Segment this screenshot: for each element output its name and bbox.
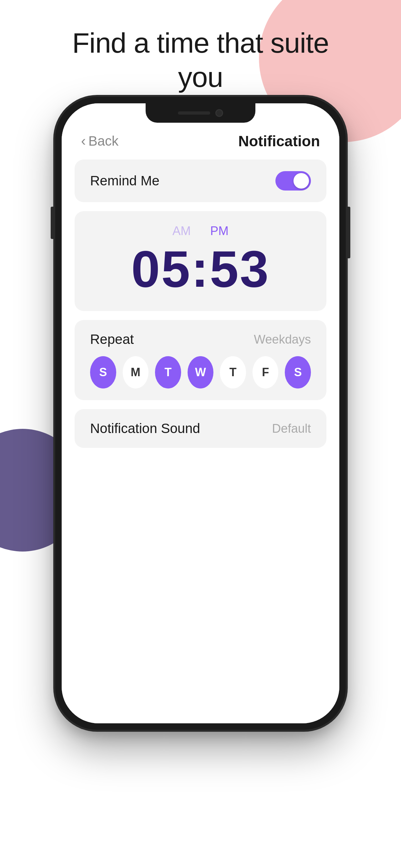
headline: Find a time that suite you: [0, 26, 401, 94]
headline-line2: you: [178, 61, 223, 93]
time-hours: 05: [131, 240, 191, 298]
remind-me-row: Remind Me: [90, 171, 311, 190]
back-chevron-icon: ‹: [81, 133, 86, 149]
remind-me-card: Remind Me: [74, 159, 327, 202]
phone-notch: [146, 103, 255, 123]
time-picker-card[interactable]: AM PM 05:53: [74, 211, 327, 311]
screen-content: ‹ Back Notification Remind Me AM PM: [62, 103, 339, 723]
day-button-m[interactable]: M: [123, 356, 149, 389]
am-label[interactable]: AM: [173, 224, 191, 238]
day-button-t1[interactable]: T: [155, 356, 181, 389]
notification-sound-card[interactable]: Notification Sound Default: [74, 409, 327, 448]
sound-row: Notification Sound Default: [90, 421, 311, 436]
notch-speaker: [178, 112, 210, 115]
day-button-w[interactable]: W: [188, 356, 214, 389]
back-button[interactable]: ‹ Back: [81, 133, 119, 149]
toggle-thumb: [294, 173, 309, 189]
phone-frame: ‹ Back Notification Remind Me AM PM: [55, 97, 346, 730]
day-button-s2[interactable]: S: [285, 356, 311, 389]
days-row: SMTWTFS: [90, 356, 311, 389]
notification-sound-value: Default: [272, 422, 311, 436]
day-button-f[interactable]: F: [252, 356, 279, 389]
weekdays-preset-label[interactable]: Weekdays: [254, 333, 311, 346]
am-pm-row: AM PM: [90, 224, 311, 238]
back-label: Back: [89, 133, 119, 149]
notification-sound-label: Notification Sound: [90, 421, 200, 436]
repeat-card: Repeat Weekdays SMTWTFS: [74, 320, 327, 400]
repeat-header: Repeat Weekdays: [90, 332, 311, 347]
remind-me-toggle[interactable]: [275, 171, 311, 190]
headline-line1: Find a time that suite: [72, 27, 329, 59]
time-minutes: 53: [210, 240, 270, 298]
page-title: Notification: [238, 132, 320, 150]
repeat-label: Repeat: [90, 332, 134, 347]
phone-screen: ‹ Back Notification Remind Me AM PM: [62, 103, 339, 723]
pm-label[interactable]: PM: [210, 224, 228, 238]
day-button-s[interactable]: S: [90, 356, 116, 389]
notch-camera: [215, 109, 223, 117]
day-button-t2[interactable]: T: [220, 356, 246, 389]
time-separator: :: [191, 240, 210, 298]
time-display[interactable]: 05:53: [90, 243, 311, 295]
remind-me-label: Remind Me: [90, 173, 159, 189]
